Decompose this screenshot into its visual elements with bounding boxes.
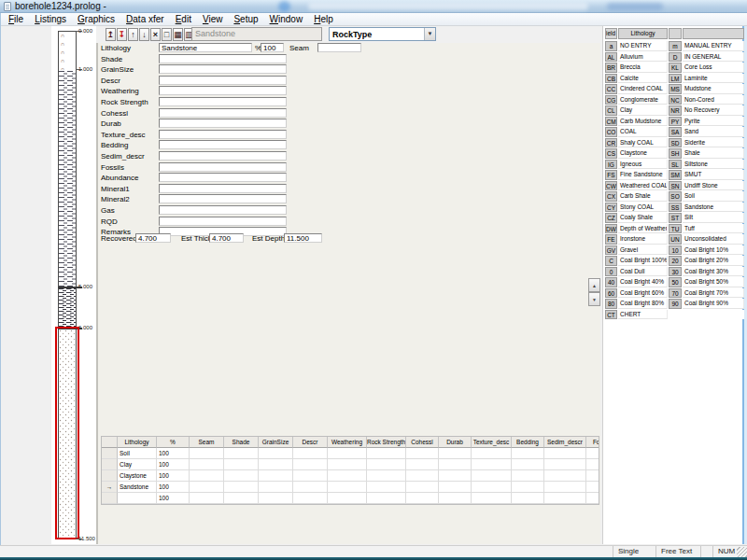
- delete-button[interactable]: ×: [150, 28, 161, 41]
- form-field-abundance[interactable]: [159, 173, 287, 182]
- lookup-code-cell[interactable]: GV: [605, 245, 617, 256]
- resize-grip[interactable]: [737, 547, 747, 557]
- lookup-row[interactable]: CSClaystoneSHShale: [605, 148, 745, 160]
- grid-cell[interactable]: [406, 459, 439, 470]
- lookup-desc-cell[interactable]: Pyrite: [683, 117, 744, 127]
- lookup-desc-cell[interactable]: Depth of Weathering: [618, 224, 668, 234]
- form-field-weathering[interactable]: [159, 86, 287, 95]
- grid-cell[interactable]: [406, 448, 439, 459]
- lookup-row[interactable]: IGIgneousSLSiltstone: [605, 160, 745, 171]
- lookup-desc-cell[interactable]: Stony COAL: [618, 203, 668, 213]
- grid-cell[interactable]: [439, 493, 472, 504]
- form-field-shade[interactable]: [159, 54, 287, 63]
- grid-cell[interactable]: [544, 448, 586, 459]
- lookup-code-cell[interactable]: CG: [605, 95, 617, 105]
- lookup-row[interactable]: CCoal Bright 100%20Coal Bright 20%: [605, 256, 745, 267]
- strip-section-claystone[interactable]: [59, 287, 76, 329]
- lookup-desc-cell[interactable]: Conglomerate: [618, 95, 668, 105]
- grid-cell[interactable]: [472, 470, 512, 482]
- lookup-desc-cell[interactable]: Weathered COAL: [618, 181, 668, 191]
- table-view-button[interactable]: ▦: [173, 28, 183, 41]
- lookup-row[interactable]: 80Coal Bright 80%90Coal Bright 90%: [605, 299, 745, 310]
- lookup-code-cell[interactable]: 70: [669, 288, 682, 299]
- lookup-desc-cell[interactable]: Coal Bright 10%: [683, 245, 744, 256]
- grid-cell[interactable]: 100: [157, 448, 190, 459]
- lookup-row[interactable]: FSFine SandstoneSMSMUT: [605, 170, 745, 181]
- lookup-code-cell[interactable]: SL: [669, 160, 682, 170]
- lookup-code-cell[interactable]: KL: [669, 63, 682, 73]
- lookup-row[interactable]: CCCindered COALMSMudstone: [605, 84, 745, 95]
- lookup-desc-cell[interactable]: Unconsolidated: [683, 234, 744, 245]
- lookup-desc-cell[interactable]: Soil: [683, 191, 744, 202]
- grid-cell[interactable]: [512, 448, 544, 459]
- goto-bottom-button[interactable]: ↧: [117, 28, 127, 41]
- lookup-desc-cell[interactable]: Coal Bright 20%: [683, 256, 744, 266]
- lookup-row[interactable]: CRShaly COALSDSiderite: [605, 138, 745, 149]
- lookup-row[interactable]: ALAlluviumDIN GENERAL: [605, 52, 745, 63]
- lookup-row[interactable]: CYStony COALSSSandstone: [605, 203, 745, 214]
- grid-cell[interactable]: [586, 448, 599, 459]
- lookup-code-cell[interactable]: CB: [605, 74, 617, 84]
- lookup-code-cell[interactable]: m: [669, 41, 682, 51]
- grid-cell[interactable]: [328, 470, 367, 482]
- grid-row[interactable]: Claystone100: [102, 470, 599, 482]
- lookup-desc-cell[interactable]: NO ENTRY: [618, 41, 668, 51]
- lookup-code-cell[interactable]: BR: [605, 63, 617, 73]
- grid-cell[interactable]: 100: [157, 493, 190, 504]
- grid-cell[interactable]: [118, 493, 157, 504]
- lookup-desc-cell[interactable]: Coal Bright 30%: [683, 267, 744, 277]
- lookup-code-cell[interactable]: 20: [669, 256, 682, 266]
- lookup-code-cell[interactable]: SN: [669, 181, 682, 191]
- lookup-row[interactable]: 0Coal Dull30Coal Bright 30%: [605, 267, 745, 278]
- lookup-row[interactable]: CBCalciteLMLaminite: [605, 74, 745, 85]
- form-field-descr[interactable]: [159, 76, 287, 85]
- lookup-code-cell[interactable]: SS: [669, 203, 682, 213]
- lookup-desc-cell[interactable]: Gravel: [618, 245, 668, 256]
- est-depth-field[interactable]: 11.500: [284, 233, 322, 243]
- grid-cell[interactable]: [259, 459, 293, 470]
- lookup-desc-cell[interactable]: [683, 310, 744, 320]
- grid-cell[interactable]: [544, 493, 586, 504]
- lookup-row[interactable]: DWDepth of WeatheringTUTuff: [605, 224, 745, 235]
- lookup-desc-cell[interactable]: Sandstone: [683, 203, 744, 213]
- grid-cell[interactable]: [190, 470, 224, 482]
- lookup-desc-cell[interactable]: Cindered COAL: [618, 84, 668, 94]
- lookup-desc-cell[interactable]: Fine Sandstone: [618, 170, 668, 180]
- lookup-desc-cell[interactable]: SMUT: [683, 170, 744, 180]
- lookup-desc-cell[interactable]: Claystone: [618, 148, 668, 159]
- lookup-desc-cell[interactable]: Tuff: [683, 224, 744, 234]
- lookup-code-cell[interactable]: FE: [605, 234, 617, 245]
- grid-cell[interactable]: Soil: [118, 448, 157, 459]
- lookup-row[interactable]: CZCoaly ShaleSTSilt: [605, 213, 745, 224]
- lookup-code-cell[interactable]: C: [605, 256, 617, 266]
- grid-cell[interactable]: [586, 459, 599, 470]
- grid-cell[interactable]: Claystone: [118, 470, 157, 482]
- lookup-desc-cell[interactable]: Mudstone: [683, 84, 744, 94]
- grid-cell[interactable]: [224, 493, 259, 504]
- grid-cell[interactable]: [367, 482, 406, 493]
- grid-cell[interactable]: [224, 482, 259, 493]
- form-field-texture-desc[interactable]: [159, 130, 287, 139]
- grid-cell[interactable]: [259, 482, 293, 493]
- lookup-row[interactable]: BRBrecciaKLCore Loss: [605, 63, 745, 74]
- form-field-sedim-descr[interactable]: [159, 151, 287, 161]
- lookup-desc-cell[interactable]: Alluvium: [618, 52, 668, 63]
- lookup-code-cell[interactable]: CX: [605, 191, 617, 202]
- form-field-bedding[interactable]: [159, 140, 287, 149]
- lookup-desc-cell[interactable]: IN GENERAL: [683, 52, 744, 63]
- grid-cell[interactable]: [259, 493, 293, 504]
- lookup-code-cell[interactable]: CT: [605, 310, 617, 320]
- lookup-desc-cell[interactable]: Igneous: [618, 160, 668, 170]
- lookup-code-cell[interactable]: 90: [669, 299, 682, 309]
- form-field-cohessl[interactable]: [159, 108, 287, 118]
- lookup-row[interactable]: CGConglomerateNCNon-Cored: [605, 95, 745, 106]
- grid-cell[interactable]: [328, 482, 367, 493]
- grid-cell[interactable]: 100: [157, 459, 190, 470]
- lookup-code-cell[interactable]: D: [669, 52, 682, 63]
- lookup-code-cell[interactable]: LM: [669, 74, 682, 84]
- recovered-field[interactable]: 4.700: [135, 233, 171, 243]
- lookup-desc-cell[interactable]: Silt: [683, 213, 744, 223]
- lookup-code-cell[interactable]: IG: [605, 160, 617, 170]
- grid-cell[interactable]: [512, 459, 544, 470]
- lookup-row[interactable]: COCOALSASand: [605, 127, 745, 138]
